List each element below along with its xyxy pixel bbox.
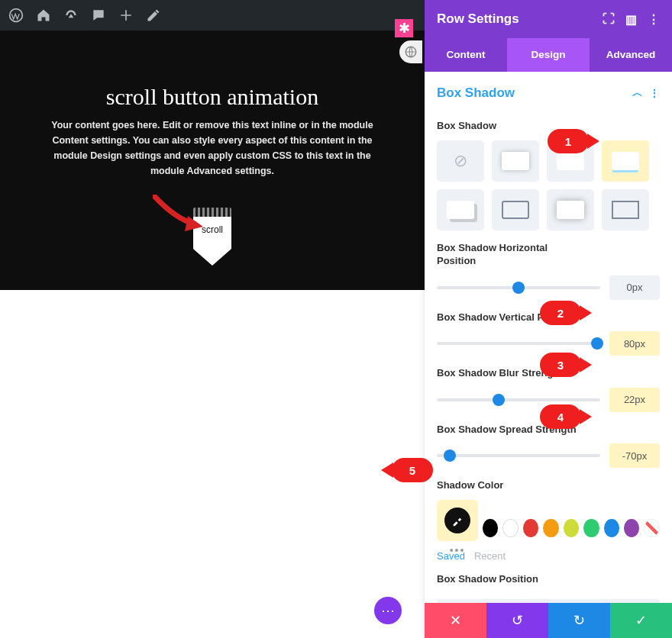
preset-none[interactable]: ⊘: [437, 140, 484, 182]
value-horizontal[interactable]: 0px: [609, 276, 660, 300]
preset-sh7[interactable]: [602, 189, 649, 230]
page-preview: scroll button animation Your content goe…: [0, 31, 425, 290]
slider-handle[interactable]: [591, 337, 603, 350]
cancel-button[interactable]: ✕: [425, 603, 486, 638]
wordpress-icon[interactable]: [5, 4, 27, 27]
label-horizontal: Box Shadow Horizontal Position: [437, 230, 590, 276]
annotation-arrow: [153, 195, 206, 233]
slider-handle[interactable]: [512, 282, 525, 294]
value-vertical[interactable]: 80px: [609, 331, 660, 356]
slider-spread[interactable]: [437, 454, 600, 457]
section-kebab-icon[interactable]: ⋮: [649, 87, 660, 99]
slider-horizontal[interactable]: [437, 286, 600, 289]
swatch-orange[interactable]: [543, 519, 558, 537]
preset-sh5[interactable]: [492, 189, 539, 230]
slider-handle[interactable]: [444, 450, 456, 462]
label-position: Box Shadow Position: [437, 562, 590, 594]
tab-content[interactable]: Content: [425, 38, 507, 72]
panel-title: Row Settings: [437, 11, 519, 27]
preset-sh2[interactable]: [547, 140, 594, 182]
globe-icon[interactable]: [399, 40, 422, 63]
panel-body: Box Shadow ︿⋮ Box Shadow ⊘ Box Shadow Ho…: [425, 72, 672, 603]
kebab-icon[interactable]: ⋮: [648, 12, 660, 27]
preview-description: Your content goes here. Edit or remove t…: [0, 110, 425, 179]
plus-icon[interactable]: [115, 4, 137, 27]
redo-button[interactable]: ↻: [548, 603, 610, 638]
swatch-white[interactable]: [502, 519, 519, 537]
chevron-up-icon[interactable]: ︿: [632, 86, 643, 100]
home-icon[interactable]: [32, 4, 55, 27]
label-color: Shadow Color: [437, 468, 590, 500]
preview-title: scroll button animation: [0, 31, 425, 110]
preset-sh6[interactable]: [547, 189, 594, 230]
preset-sh3-selected[interactable]: [602, 140, 649, 182]
tab-advanced[interactable]: Advanced: [590, 38, 672, 72]
swatch-transparent[interactable]: [644, 519, 660, 537]
preset-grid: ⊘: [437, 140, 660, 230]
panel-tabs: Content Design Advanced: [425, 38, 672, 72]
slider-handle[interactable]: [493, 394, 505, 406]
swatch-purple[interactable]: [624, 519, 639, 537]
expand-icon[interactable]: ⛶: [603, 12, 615, 27]
slider-blur[interactable]: [437, 398, 600, 401]
value-blur[interactable]: 22px: [609, 388, 660, 412]
label-presets: Box Shadow: [437, 108, 590, 140]
preset-sh4[interactable]: [437, 189, 484, 230]
fab-more[interactable]: ⋯: [374, 597, 402, 624]
swatch-black[interactable]: [483, 519, 498, 537]
star-badge-icon[interactable]: ✱: [395, 19, 413, 37]
section-box-shadow[interactable]: Box Shadow ︿⋮: [437, 81, 660, 108]
undo-button[interactable]: ↺: [486, 603, 548, 638]
comment-icon[interactable]: [87, 4, 110, 27]
section-title: Box Shadow: [437, 85, 515, 101]
label-vertical: Box Shadow Vertical Position: [437, 300, 590, 332]
panel-bottom-bar: ✕ ↺ ↻ ✓: [425, 603, 672, 638]
swatch-green[interactable]: [583, 519, 599, 537]
eyedropper-button[interactable]: [437, 500, 478, 541]
save-button[interactable]: ✓: [610, 603, 672, 638]
color-tab-recent[interactable]: Recent: [474, 550, 506, 562]
swatch-red[interactable]: [523, 519, 538, 537]
label-blur: Box Shadow Blur Strength: [437, 356, 590, 388]
swatch-lime[interactable]: [564, 519, 579, 537]
slider-vertical[interactable]: [437, 342, 600, 345]
preset-sh1[interactable]: [492, 140, 539, 182]
label-spread: Box Shadow Spread Strength: [437, 412, 590, 444]
layout-icon[interactable]: ▥: [625, 12, 637, 27]
value-spread[interactable]: -70px: [609, 443, 660, 468]
settings-panel: Row Settings ⛶ ▥ ⋮ Content Design Advanc…: [425, 0, 672, 638]
swatch-blue[interactable]: [604, 519, 619, 537]
color-tab-saved[interactable]: Saved: [437, 550, 465, 562]
dashboard-icon[interactable]: [60, 4, 82, 27]
panel-header: Row Settings ⛶ ▥ ⋮: [425, 0, 672, 38]
pencil-icon[interactable]: [142, 4, 165, 27]
tab-design[interactable]: Design: [507, 38, 590, 72]
